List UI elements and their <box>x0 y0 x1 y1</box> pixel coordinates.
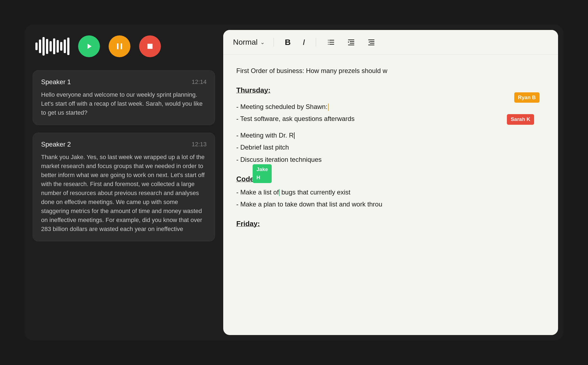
code-heading-row: Code: Jake H <box>236 174 256 187</box>
svg-rect-10 <box>348 39 354 40</box>
thursday-item-1-text: - Meeting scheduled by Shawn: <box>236 103 329 110</box>
thursday-heading: Thursday: <box>236 85 545 96</box>
svg-rect-4 <box>328 40 329 41</box>
jake-h-tag: Jake H <box>253 164 272 183</box>
svg-rect-13 <box>348 45 354 45</box>
first-line: First Order of business: How many prezel… <box>236 66 545 76</box>
svg-marker-19 <box>369 41 370 43</box>
audio-controls <box>33 35 215 57</box>
bubble2-header: Speaker 2 12:13 <box>41 141 207 148</box>
left-panel: Speaker 1 12:14 Hello everyone and welco… <box>24 25 223 340</box>
italic-icon: I <box>303 38 305 47</box>
toolbar-divider2 <box>316 38 316 47</box>
thursday-item-2-text: - Test software, ask questions afterward… <box>236 115 354 122</box>
speaker2-bubble: Speaker 2 12:13 Thank you Jake. Yes, so … <box>33 133 215 241</box>
thursday-item-4-text: - Debrief last pitch <box>236 144 289 151</box>
waveform-bar <box>50 41 52 51</box>
main-container: Speaker 1 12:14 Hello everyone and welco… <box>24 25 564 340</box>
editor-content[interactable]: First Order of business: How many prezel… <box>223 55 558 335</box>
waveform-bar <box>35 42 38 50</box>
waveform-bar <box>67 38 69 55</box>
chevron-down-icon: ⌄ <box>260 39 265 45</box>
ryan-b-tag: Ryan B <box>514 92 540 103</box>
thursday-spacer <box>236 126 545 130</box>
indent-decrease-button[interactable] <box>365 37 378 47</box>
waveform-bar <box>57 40 59 53</box>
svg-rect-5 <box>329 40 334 41</box>
svg-rect-8 <box>328 44 329 45</box>
thursday-item-3: - Meeting with Dr. R <box>236 130 545 141</box>
style-selector[interactable]: Normal ⌄ <box>233 38 265 47</box>
code-item-1: - Make a list of bugs that currently exi… <box>236 187 545 197</box>
speaker2-name: Speaker 2 <box>41 141 71 148</box>
waveform-icon <box>35 38 69 54</box>
code-item-2: - Make a plan to take down that list and… <box>236 199 545 209</box>
svg-marker-0 <box>88 44 92 49</box>
svg-rect-1 <box>117 43 118 49</box>
speaker2-text: Thank you Jake. Yes, so last week we wra… <box>41 153 207 233</box>
svg-rect-3 <box>148 44 153 49</box>
pause-button[interactable] <box>109 35 130 57</box>
svg-rect-15 <box>368 39 375 40</box>
bold-button[interactable]: B <box>283 36 293 48</box>
chat-area: Speaker 1 12:14 Hello everyone and welco… <box>33 70 215 241</box>
text-cursor <box>294 132 295 139</box>
speaker2-time: 12:13 <box>192 141 207 148</box>
italic-button[interactable]: I <box>301 36 307 48</box>
thursday-item-2: - Test software, ask questions afterward… <box>236 114 545 124</box>
style-label: Normal <box>233 38 258 47</box>
code-heading: Code: Jake H <box>236 174 256 185</box>
thursday-item-5-text: - Discuss iteration techniques <box>236 156 321 163</box>
indent-increase-icon <box>347 38 355 46</box>
speaker1-bubble: Speaker 1 12:14 Hello everyone and welco… <box>33 70 215 125</box>
stop-button[interactable] <box>139 35 161 57</box>
friday-heading: Friday: <box>236 218 545 230</box>
thursday-item-5: - Discuss iteration techniques <box>236 154 545 165</box>
svg-rect-12 <box>350 43 354 44</box>
svg-rect-2 <box>121 43 122 49</box>
friday-section: Friday: <box>236 218 545 230</box>
code-item-1-text: - Make a list of bugs that currently exi… <box>236 188 350 196</box>
waveform-bar <box>42 37 45 56</box>
sarah-k-tag: Sarah K <box>507 114 534 124</box>
svg-rect-7 <box>329 42 334 43</box>
play-button[interactable] <box>78 35 100 57</box>
code-section: Code: Jake H - Make a list of bugs that … <box>236 174 545 209</box>
waveform-bar <box>64 39 66 53</box>
speaker1-name: Speaker 1 <box>41 78 71 86</box>
svg-marker-14 <box>348 41 349 43</box>
indent-increase-button[interactable] <box>345 37 357 47</box>
code-item-2-text: - Make a plan to take down that list and… <box>236 200 382 208</box>
waveform-bar <box>39 39 41 53</box>
thursday-item-4: - Debrief last pitch <box>236 142 545 153</box>
bold-icon: B <box>285 38 291 47</box>
indent-decrease-icon <box>367 38 375 46</box>
svg-rect-11 <box>350 41 354 42</box>
waveform-bar <box>60 42 62 51</box>
svg-rect-9 <box>329 44 334 45</box>
svg-rect-16 <box>370 41 374 42</box>
svg-rect-18 <box>368 45 375 45</box>
svg-rect-17 <box>370 43 374 44</box>
bubble1-header: Speaker 1 12:14 <box>41 78 207 86</box>
editor-toolbar: Normal ⌄ B I <box>223 30 558 55</box>
toolbar-divider <box>274 38 274 47</box>
svg-rect-6 <box>328 42 329 43</box>
list-icon <box>327 38 335 46</box>
editor-panel: Normal ⌄ B I <box>223 30 558 335</box>
waveform-bar <box>53 38 55 54</box>
thursday-item-1: Ryan B - Meeting scheduled by Shawn: <box>236 102 545 112</box>
list-button[interactable] <box>325 37 337 47</box>
speaker1-text: Hello everyone and welcome to our weekly… <box>41 90 207 117</box>
thursday-section: Thursday: Ryan B - Meeting scheduled by … <box>236 85 545 165</box>
speaker1-time: 12:14 <box>192 78 207 86</box>
waveform-bar <box>46 39 48 54</box>
thursday-item-3-text: - Meeting with Dr. R <box>236 132 295 139</box>
